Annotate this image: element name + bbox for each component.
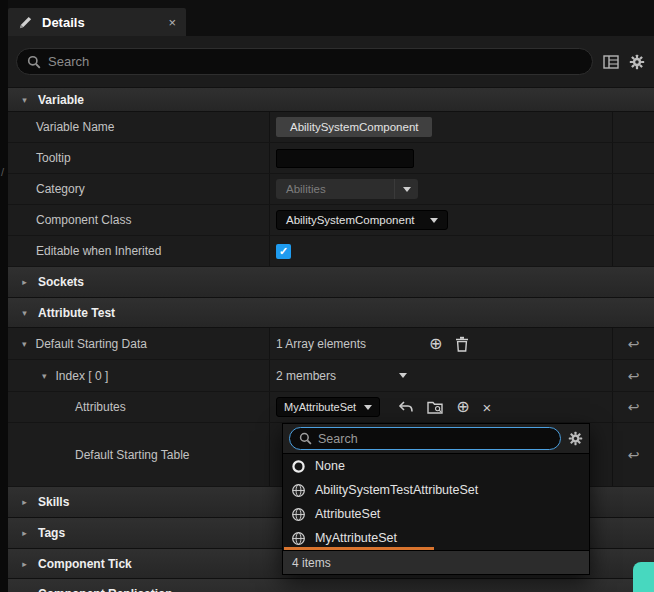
list-item-label: AttributeSet [315, 507, 380, 521]
details-panel-screen: / Details × [0, 0, 654, 592]
details-pencil-icon [18, 15, 33, 30]
chevron-right-icon: ▸ [20, 277, 29, 287]
chevron-right-icon: ▸ [20, 497, 29, 507]
component-class-dropdown[interactable]: AbilitySystemComponent [276, 210, 448, 230]
asset-sphere-icon [291, 507, 306, 522]
tab-details[interactable]: Details × [8, 8, 186, 36]
property-label: Category [36, 182, 85, 196]
reset-column: ↩ [612, 423, 654, 486]
chevron-down-icon[interactable]: ▾ [22, 339, 27, 349]
chevron-down-icon: ▾ [20, 95, 29, 105]
tooltip-input[interactable] [276, 149, 414, 168]
row-editable-when-inherited: Editable when Inherited ✓ [8, 236, 654, 267]
asset-picker-search-input[interactable] [318, 432, 551, 446]
use-selected-asset-icon[interactable] [398, 400, 414, 414]
chevron-down-icon [430, 218, 438, 223]
reset-column: ↩ [612, 392, 654, 422]
row-tooltip: Tooltip [8, 143, 654, 174]
chevron-down-icon: ▾ [20, 308, 29, 318]
array-elements-count: 1 Array elements [276, 337, 366, 351]
reset-column [612, 174, 654, 204]
members-count: 2 members [276, 369, 336, 383]
row-variable-name: Variable Name AbilitySystemComponent [8, 112, 654, 143]
reset-column: ↩ [612, 328, 654, 359]
row-attributes: Attributes MyAttributeSet [8, 392, 654, 423]
asset-sphere-icon [291, 483, 306, 498]
reset-column: ↩ [612, 360, 654, 391]
chevron-down-icon[interactable] [399, 373, 407, 378]
chevron-down-icon [403, 187, 411, 192]
category-value: Abilities [286, 183, 326, 195]
property-label: Attributes [75, 400, 126, 414]
section-title: Sockets [38, 275, 84, 289]
reset-to-default-icon[interactable]: ↩ [628, 399, 640, 415]
row-component-class: Component Class AbilitySystemComponent [8, 205, 654, 236]
chevron-right-icon: ▸ [20, 589, 29, 592]
tab-title: Details [42, 15, 159, 30]
component-class-value: AbilitySystemComponent [286, 214, 414, 226]
chevron-down-icon [364, 405, 372, 410]
variable-name-value[interactable]: AbilitySystemComponent [276, 117, 432, 137]
search-icon [299, 432, 312, 445]
check-icon: ✓ [279, 245, 288, 258]
section-title: Variable [38, 93, 84, 107]
reset-to-default-icon[interactable]: ↩ [628, 368, 640, 384]
section-header-component-replication[interactable]: ▸ Component Replication [8, 579, 654, 592]
asset-picker-footer: 4 items [283, 550, 589, 574]
asset-picker-search-box[interactable] [289, 427, 561, 450]
section-title: Component Tick [38, 557, 132, 571]
property-label: Component Class [36, 213, 131, 227]
editable-checkbox[interactable]: ✓ [276, 244, 291, 259]
reset-column [612, 112, 654, 142]
add-element-icon[interactable]: ⊕ [429, 336, 442, 352]
search-input[interactable] [48, 54, 582, 69]
list-item-asset[interactable]: AttributeSet [283, 502, 589, 526]
add-icon[interactable]: ⊕ [456, 399, 469, 415]
reset-to-default-icon[interactable]: ↩ [628, 447, 640, 463]
none-circle-icon [291, 459, 306, 474]
search-icon [27, 55, 41, 69]
list-item-label: MyAttributeSet [315, 531, 397, 545]
picker-settings-gear-icon[interactable] [568, 431, 583, 446]
section-header-variable[interactable]: ▾ Variable [8, 88, 654, 112]
reset-to-default-icon[interactable]: ↩ [628, 336, 640, 352]
chevron-down-icon[interactable]: ▾ [42, 371, 47, 381]
tab-close-icon[interactable]: × [168, 16, 176, 29]
section-header-attribute-test[interactable]: ▾ Attribute Test [8, 298, 654, 328]
attributes-asset-dropdown[interactable]: MyAttributeSet [276, 397, 380, 417]
asset-picker-list: None AbilitySystemTestAttributeSet Attri… [283, 453, 589, 550]
reset-column [612, 205, 654, 235]
asset-sphere-icon [291, 531, 306, 546]
background-widget-corner [633, 562, 654, 592]
details-toolbar [8, 36, 654, 88]
property-label: Default Starting Table [75, 448, 190, 462]
chevron-box [394, 179, 418, 199]
selection-underline [284, 547, 434, 550]
asset-picker-popup: None AbilitySystemTestAttributeSet Attri… [282, 423, 590, 575]
list-item-label: AbilitySystemTestAttributeSet [315, 483, 478, 497]
delete-trash-icon[interactable] [455, 336, 469, 352]
browse-to-asset-icon[interactable] [427, 401, 443, 414]
items-count-label: 4 items [292, 556, 331, 570]
property-label: Variable Name [36, 120, 114, 134]
tab-bar: Details × [8, 0, 654, 36]
list-item-none[interactable]: None [283, 454, 589, 478]
list-item-label: None [315, 459, 345, 473]
section-title: Skills [38, 495, 69, 509]
property-label: Editable when Inherited [36, 244, 161, 258]
asset-picker-search-row [283, 424, 589, 453]
row-default-starting-data: ▾ Default Starting Data 1 Array elements… [8, 328, 654, 360]
reset-column [612, 143, 654, 173]
reset-column [612, 236, 654, 266]
settings-gear-icon[interactable] [629, 54, 645, 70]
list-item-asset[interactable]: AbilitySystemTestAttributeSet [283, 478, 589, 502]
search-box[interactable] [16, 48, 593, 75]
left-edge-strip: / [0, 0, 8, 592]
display-filter-grid-icon[interactable] [603, 55, 619, 69]
category-dropdown[interactable]: Abilities [276, 179, 418, 199]
attributes-value: MyAttributeSet [284, 401, 356, 413]
background-glyph: / [1, 166, 4, 178]
section-header-sockets[interactable]: ▸ Sockets [8, 267, 654, 298]
clear-icon[interactable]: × [483, 400, 492, 415]
property-label: Tooltip [36, 151, 71, 165]
